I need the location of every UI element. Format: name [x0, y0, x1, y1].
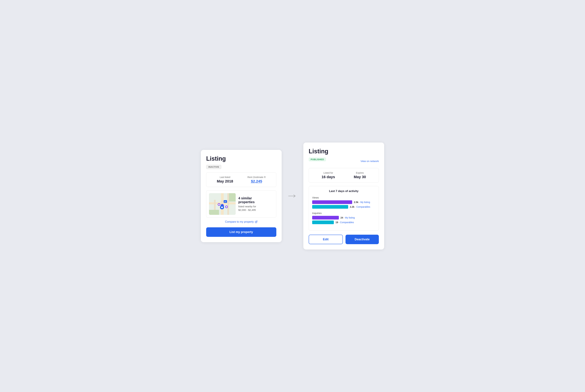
- page-wrapper: Listing INACTIVE Last listed May 2018 Re…: [201, 142, 384, 250]
- views-metric: Views 2.5k · My listing: [312, 196, 375, 209]
- rent-zestimate-label: Rent Zestimate ®: [248, 176, 266, 178]
- views-comp-row: 2.2k · Comparables: [312, 205, 375, 209]
- similar-count: 4 similar properties: [238, 196, 274, 204]
- listing-duration-box: Listed for 16 days Expires May 30: [309, 168, 379, 183]
- map-image: 97: [209, 193, 236, 215]
- deactivate-button[interactable]: Deactivate: [346, 235, 379, 244]
- arrow-container: [288, 194, 297, 198]
- right-card-title: Listing: [309, 148, 379, 155]
- listed-for-label: Listed for: [322, 172, 335, 174]
- expires-item: Expires May 30: [354, 172, 366, 179]
- svg-point-14: [218, 204, 220, 205]
- right-card-header: PUBLISHED View on network: [309, 158, 379, 165]
- views-comp-bar-track: [312, 205, 348, 209]
- views-comp-label: 2.2k · Comparables: [350, 206, 370, 208]
- published-badge-area: PUBLISHED: [309, 158, 326, 165]
- views-my-row: 2.5k · My listing: [312, 200, 375, 204]
- listed-for-item: Listed for 16 days: [322, 172, 335, 179]
- inquiries-comp-bar-track: [312, 220, 334, 224]
- svg-rect-3: [227, 193, 229, 215]
- rent-zestimate-item: Rent Zestimate ® $2,245: [248, 176, 266, 184]
- last-listed-value: May 2018: [217, 179, 233, 184]
- listed-for-value: 16 days: [322, 175, 335, 179]
- map-section: 97 4 similar properties: [206, 190, 276, 218]
- svg-rect-5: [209, 210, 219, 215]
- last-listed-item: Last listed May 2018: [217, 176, 233, 184]
- edit-button[interactable]: Edit: [309, 235, 343, 244]
- expires-label: Expires: [354, 172, 366, 174]
- svg-rect-6: [229, 193, 236, 202]
- inquiries-my-row: 24 · My listing: [312, 216, 375, 220]
- views-comp-bar: [312, 205, 348, 209]
- compare-link[interactable]: Compare to my property: [206, 220, 276, 223]
- inquiries-my-bar: [312, 216, 339, 220]
- list-property-button[interactable]: List my property: [206, 227, 276, 237]
- svg-point-16: [221, 206, 223, 208]
- published-listing-card: Listing PUBLISHED View on network Listed…: [303, 142, 384, 250]
- similar-properties-info: 4 similar properties listed nearby for $…: [238, 196, 274, 212]
- inquiries-comp-bar: [312, 220, 334, 224]
- inquiries-my-bar-track: [312, 216, 339, 220]
- svg-point-12: [226, 206, 227, 208]
- activity-section: Last 7 days of activity Views 2.5k · My …: [309, 186, 379, 231]
- views-my-bar: [312, 200, 352, 204]
- action-buttons: Edit Deactivate: [309, 235, 379, 244]
- svg-text:97: 97: [224, 201, 226, 202]
- rent-zestimate-value: $2,245: [248, 179, 266, 184]
- inquiries-my-label: 24 · My listing: [340, 216, 360, 219]
- listing-stats-box: Last listed May 2018 Rent Zestimate ® $2…: [206, 172, 276, 187]
- inquiries-comp-label: 19 · Comparables: [336, 221, 356, 224]
- inquiries-metric: Inquiries 24 · My listing: [312, 212, 375, 224]
- inquiries-label: Inquiries: [312, 212, 375, 214]
- inquiries-comp-row: 19 · Comparables: [312, 220, 375, 224]
- views-my-label: 2.5k · My listing: [354, 201, 374, 204]
- left-card-title: Listing: [206, 155, 276, 162]
- expires-value: May 30: [354, 175, 366, 179]
- activity-title: Last 7 days of activity: [312, 190, 375, 193]
- inactive-listing-card: Listing INACTIVE Last listed May 2018 Re…: [201, 150, 282, 242]
- views-my-bar-track: [312, 200, 352, 204]
- compare-link-text: Compare to my property: [225, 220, 254, 223]
- external-link-icon: [255, 220, 258, 223]
- arrow-icon: [288, 194, 297, 198]
- published-badge: PUBLISHED: [309, 158, 326, 161]
- views-label: Views: [312, 196, 375, 199]
- similar-desc: listed nearby for $2,000 - $2,495: [238, 205, 274, 212]
- view-network-link[interactable]: View on network: [360, 160, 379, 162]
- inactive-badge: INACTIVE: [206, 165, 221, 169]
- svg-line-17: [256, 221, 257, 222]
- last-listed-label: Last listed: [217, 176, 233, 178]
